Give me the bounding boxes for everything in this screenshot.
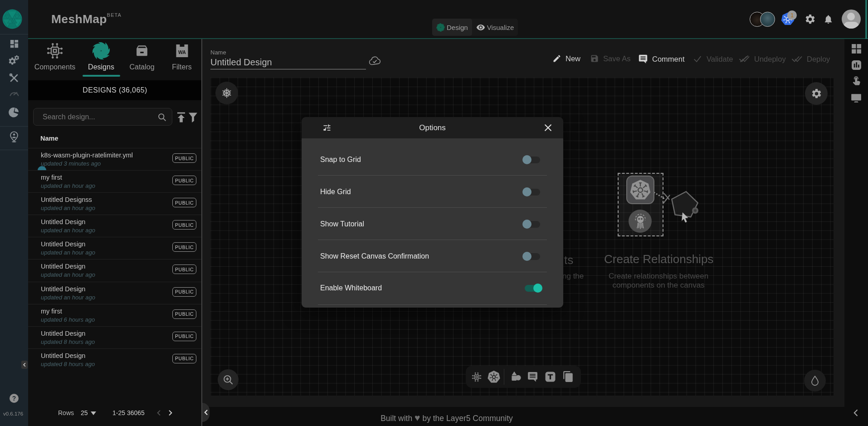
svg-text:WA: WA	[178, 49, 186, 55]
svg-text:?: ?	[12, 395, 16, 402]
